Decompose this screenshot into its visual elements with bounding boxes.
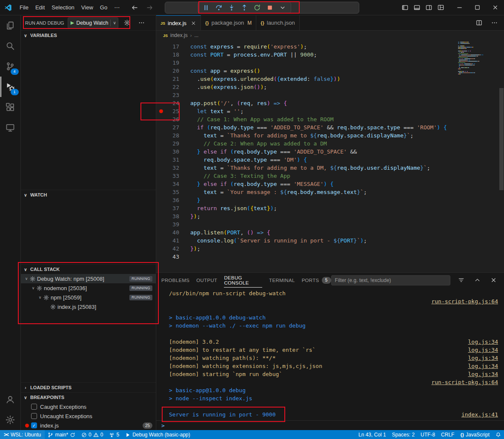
source-link[interactable]: index.js:41	[461, 410, 500, 419]
gutter-glyph[interactable]	[156, 83, 166, 91]
panel-tab-ports[interactable]: PORTS5	[302, 273, 331, 288]
section-header-loaded[interactable]: ›LOADED SCRIPTS	[21, 382, 156, 392]
account-icon[interactable]	[0, 389, 20, 410]
gutter-glyph[interactable]	[156, 115, 166, 123]
status-language-mode[interactable]: {}JavaScript	[457, 430, 493, 439]
status-encoding[interactable]: UTF-8	[418, 430, 438, 439]
callstack-row[interactable]: ∨Debug Watch: npm [25008]RUNNING	[21, 274, 156, 283]
run-and-debug-icon[interactable]: 1	[0, 77, 20, 97]
split-editor-icon[interactable]	[473, 17, 484, 29]
debug-settings-gear-icon[interactable]	[122, 17, 133, 29]
pause-button[interactable]	[200, 3, 212, 12]
gutter-glyph[interactable]	[156, 237, 166, 245]
status-debug-session[interactable]: Debug Watch (basic-app)	[122, 430, 193, 439]
editor-scrollbar[interactable]	[499, 88, 504, 190]
editor-tab-launch-json[interactable]: {}launch.json	[256, 15, 299, 30]
gutter-glyph[interactable]	[156, 91, 166, 99]
back-icon[interactable]	[129, 2, 140, 13]
breadcrumb-symbol[interactable]: ...	[194, 32, 198, 38]
forward-icon[interactable]	[144, 2, 155, 13]
chevron-down-icon[interactable]: ∨	[113, 20, 116, 25]
breakpoint-row[interactable]: Uncaught Exceptions	[21, 411, 156, 421]
close-panel-icon[interactable]	[488, 275, 499, 286]
console-filter-input[interactable]	[331, 275, 450, 285]
checkbox[interactable]	[31, 404, 37, 410]
gutter-glyph[interactable]	[156, 51, 166, 59]
section-header-watch[interactable]: ∨WATCH	[21, 190, 156, 200]
explorer-icon[interactable]	[0, 15, 20, 36]
gutter-glyph[interactable]	[156, 156, 166, 164]
gutter-glyph[interactable]	[156, 148, 166, 156]
maximize-button[interactable]	[468, 0, 486, 15]
close-window-button[interactable]	[486, 0, 504, 15]
more-actions-icon[interactable]	[136, 17, 147, 29]
minimize-button[interactable]	[450, 0, 468, 15]
maximize-panel-icon[interactable]	[472, 275, 483, 286]
panel-tab-problems[interactable]: PROBLEMS	[161, 273, 189, 288]
gutter-glyph[interactable]	[156, 212, 166, 220]
debug-session-chevron[interactable]	[277, 3, 289, 12]
gutter-glyph[interactable]	[156, 220, 166, 228]
status-notifications[interactable]	[493, 430, 504, 439]
toggle-primary-sidebar-button[interactable]	[399, 2, 410, 13]
gutter-glyph[interactable]	[156, 164, 166, 172]
gutter-glyph[interactable]	[156, 204, 166, 212]
callstack-row[interactable]: index.js [25083]	[21, 302, 156, 311]
customize-layout-button[interactable]	[435, 2, 446, 13]
remote-explorer-ic[interactable]	[0, 117, 20, 138]
menu-more-button[interactable]: ⋯	[111, 4, 123, 11]
gutter-glyph[interactable]	[156, 67, 166, 75]
section-header-variables[interactable]: ∨VARIABLES	[21, 30, 156, 40]
gutter-glyph[interactable]	[156, 245, 166, 253]
status-eol[interactable]: CRLF	[438, 430, 457, 439]
breakpoint-row[interactable]: Caught Exceptions	[21, 402, 156, 411]
source-link[interactable]: log.js:34	[468, 370, 500, 378]
breadcrumb[interactable]: JS index.js › ...	[156, 31, 504, 40]
gutter-glyph[interactable]	[156, 107, 166, 115]
menu-file[interactable]: File	[16, 4, 32, 11]
source-link[interactable]: log.js:34	[468, 346, 500, 354]
gutter-glyph[interactable]	[156, 172, 166, 180]
source-link[interactable]: run-script-pkg.js:64	[431, 378, 500, 386]
gutter-glyph[interactable]	[156, 99, 166, 107]
restart-button[interactable]	[251, 3, 263, 12]
editor-more-actions-icon[interactable]	[489, 17, 500, 29]
start-debug-icon[interactable]: ▶	[71, 20, 74, 26]
section-header-breakpoints[interactable]: ∨BREAKPOINTS	[21, 392, 156, 402]
gutter-glyph[interactable]	[156, 123, 166, 131]
menu-edit[interactable]: Edit	[32, 4, 48, 11]
breakpoint-row[interactable]: ✓index.js25	[21, 421, 156, 430]
gutter-glyph[interactable]	[156, 188, 166, 196]
section-header-callstack[interactable]: ∨CALL STACK	[21, 264, 156, 274]
gutter-glyph[interactable]	[156, 75, 166, 83]
status-indentation[interactable]: Spaces: 2	[389, 430, 418, 439]
menu-view[interactable]: View	[78, 4, 97, 11]
filter-icon[interactable]	[455, 275, 467, 286]
close-tab-icon[interactable]	[191, 20, 196, 26]
step-into-button[interactable]	[226, 3, 238, 12]
breadcrumb-file[interactable]: index.js	[170, 32, 188, 38]
panel-tab-terminal[interactable]: TERMINAL	[269, 273, 295, 288]
gutter-glyph[interactable]	[156, 228, 166, 237]
gutter-glyph[interactable]	[156, 43, 166, 51]
status-git-branch[interactable]: main*	[45, 430, 78, 439]
step-over-button[interactable]	[213, 3, 225, 12]
status-cursor-position[interactable]: Ln 43, Col 1	[355, 430, 389, 439]
source-link[interactable]: log.js:34	[468, 362, 500, 370]
command-center[interactable]	[165, 2, 359, 14]
code-editor[interactable]: 17const express = require('express');18c…	[156, 40, 504, 272]
debug-console-input[interactable]: >	[156, 420, 504, 430]
minimap[interactable]	[458, 42, 497, 76]
gutter-glyph[interactable]	[156, 131, 166, 140]
menu-go[interactable]: Go	[97, 4, 111, 11]
source-link[interactable]: log.js:34	[468, 338, 500, 346]
step-out-button[interactable]	[238, 3, 250, 12]
editor-tab-index-js[interactable]: JSindex.js	[156, 15, 201, 30]
menu-selection[interactable]: Selection	[48, 4, 77, 11]
launch-config-dropdown[interactable]: ▶ Debug Watch ∨	[68, 17, 118, 29]
callstack-row[interactable]: ∨npm [25059]RUNNING	[21, 293, 156, 302]
panel-tab-output[interactable]: OUTPUT	[196, 273, 217, 288]
source-control-icon[interactable]: 4	[0, 56, 20, 77]
stop-button[interactable]	[264, 3, 276, 12]
search-icon[interactable]	[0, 36, 20, 56]
